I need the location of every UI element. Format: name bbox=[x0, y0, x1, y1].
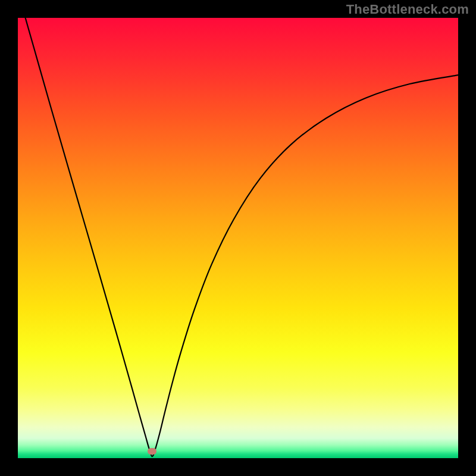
chart-stage: TheBottleneck.com bbox=[0, 0, 476, 476]
watermark-text: TheBottleneck.com bbox=[346, 2, 469, 17]
min-marker bbox=[148, 448, 156, 455]
bottleneck-curve bbox=[18, 18, 458, 458]
frame-bottom bbox=[0, 458, 476, 476]
frame-left bbox=[0, 0, 18, 476]
plot-area bbox=[18, 18, 458, 458]
frame-right bbox=[458, 0, 476, 476]
